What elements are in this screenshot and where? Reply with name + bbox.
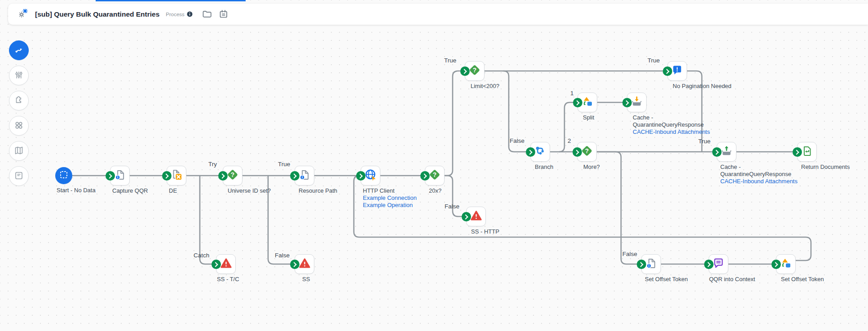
error-icon xyxy=(220,257,233,272)
node-label: Universe ID set? xyxy=(228,187,271,194)
connector-arrow-icon xyxy=(420,171,430,181)
node-cache-store[interactable]: Cache - QuarantineQueryResponse CACHE-In… xyxy=(627,93,647,112)
connector-arrow-icon xyxy=(704,260,714,269)
node-label: 20x? xyxy=(429,187,441,194)
edge-label-more-true: True xyxy=(698,138,710,145)
node-limit[interactable]: ? Limit<200? xyxy=(465,61,485,81)
connector-arrow-icon xyxy=(290,260,300,269)
edge-label-limit-true: True xyxy=(648,57,660,64)
node-qqr-into-context[interactable]: QQR into Context xyxy=(709,254,728,274)
connector-path xyxy=(559,102,573,152)
cache-component-link[interactable]: CACHE-Inbound Attachments xyxy=(633,128,710,136)
node-http-client[interactable]: HTTP Client Example Connection Example O… xyxy=(361,166,380,185)
node-branch[interactable]: Branch xyxy=(530,142,550,162)
svg-text:?: ? xyxy=(231,172,234,178)
cache-component-link[interactable]: CACHE-Inbound Attachments xyxy=(720,178,798,185)
edge-label-limit-false: False xyxy=(510,137,524,144)
folder-icon[interactable] xyxy=(202,9,212,19)
connector-arrow-icon xyxy=(218,171,228,181)
connector-arrow-icon xyxy=(106,171,115,181)
node-label: Branch xyxy=(535,163,553,171)
node-label-title: HTTP Client xyxy=(363,187,417,194)
tool-components[interactable] xyxy=(9,116,29,136)
cache-retrieve-icon xyxy=(720,145,733,159)
node-start[interactable]: Start - No Data xyxy=(55,167,72,184)
svg-text:?: ? xyxy=(433,172,436,178)
process-gears-icon xyxy=(18,8,29,21)
operation-link[interactable]: Example Operation xyxy=(363,202,417,209)
connector-path xyxy=(597,152,637,264)
node-label: DE xyxy=(169,187,177,194)
connector-arrow-icon xyxy=(663,66,672,76)
node-more[interactable]: ? More? xyxy=(577,142,597,162)
node-ss-tc[interactable]: SS - T/C xyxy=(216,254,236,274)
node-capture-qqr[interactable]: Capture QQR xyxy=(110,166,130,185)
decision-icon: ? xyxy=(468,63,481,79)
connector-arrow-icon xyxy=(211,260,221,269)
connector-arrow-icon xyxy=(771,260,781,269)
map-transform-icon xyxy=(780,257,792,271)
decision-icon: ? xyxy=(226,168,239,183)
node-label: Cache - QuarantineQueryResponse CACHE-In… xyxy=(633,114,710,136)
node-ss[interactable]: SS xyxy=(295,254,314,274)
node-label: Split xyxy=(583,114,594,121)
node-cache-retrieve[interactable]: Cache - QuarantineQueryResponse CACHE-In… xyxy=(717,142,736,162)
tool-notes[interactable] xyxy=(9,166,29,186)
edge-label-try: Try xyxy=(208,161,217,168)
edge-label-universe-false: False xyxy=(275,252,290,259)
branch-icon xyxy=(534,145,546,159)
return-documents-icon xyxy=(801,145,813,159)
node-label: Start - No Data xyxy=(57,187,96,194)
document-info-icon xyxy=(114,169,126,183)
process-canvas[interactable]: Try Catch True False True False True Fal… xyxy=(0,0,868,331)
connector-arrow-icon xyxy=(573,98,582,107)
process-flow-icon xyxy=(13,44,24,57)
tool-extensions[interactable] xyxy=(9,91,29,110)
node-label: Cache - QuarantineQueryResponse CACHE-In… xyxy=(720,163,798,185)
svg-text:?: ? xyxy=(473,67,476,74)
node-de[interactable]: DE xyxy=(167,166,186,185)
node-resource-path[interactable]: Resource Path xyxy=(295,166,314,185)
edge-label-20x-true: True xyxy=(444,57,456,64)
node-set-offset-token-2[interactable]: Set Offset Token xyxy=(776,254,796,274)
decision-icon: ? xyxy=(428,168,441,183)
process-header: [sub] Query Bulk Quarantined Entries Pro… xyxy=(8,4,868,25)
edge-label-branch-2: 2 xyxy=(568,137,571,144)
node-20x[interactable]: ? 20x? xyxy=(425,166,445,185)
info-icon[interactable] xyxy=(187,11,193,17)
clipboard-icon[interactable] xyxy=(218,9,229,19)
page-title: [sub] Query Bulk Quarantined Entries xyxy=(35,10,159,18)
node-universe-id-set[interactable]: ? Universe ID set? xyxy=(223,166,242,185)
svg-text:?: ? xyxy=(585,148,589,154)
tool-map[interactable] xyxy=(9,141,29,161)
node-split[interactable]: Split xyxy=(577,93,597,112)
connector-arrow-icon xyxy=(573,147,582,157)
node-label: Resource Path xyxy=(299,187,337,194)
edge-label-universe-true: True xyxy=(278,161,290,168)
node-label-line: QuarantineQueryResponse xyxy=(720,171,798,178)
edge-label-branch-1: 1 xyxy=(570,90,574,97)
tool-adjustments[interactable] xyxy=(9,66,29,85)
connector-path xyxy=(354,176,811,260)
node-label: Set Offset Token xyxy=(645,276,688,283)
connector-path xyxy=(445,176,462,216)
node-label: Return Documents xyxy=(801,163,850,171)
node-set-offset-token-1[interactable]: Set Offset Token xyxy=(641,254,661,274)
node-label: SS - HTTP xyxy=(471,228,499,235)
node-no-pagination[interactable]: No Pagination Needed xyxy=(667,61,687,81)
start-icon xyxy=(55,166,72,185)
node-label-line: QuarantineQueryResponse xyxy=(633,121,710,128)
error-icon xyxy=(470,209,483,224)
annotation-icon xyxy=(712,257,725,271)
notes-icon xyxy=(13,170,24,182)
split-icon xyxy=(581,95,594,110)
edge-label-catch: Catch xyxy=(194,252,209,259)
node-label-line: Cache - xyxy=(720,163,798,171)
connection-link[interactable]: Example Connection xyxy=(363,194,417,202)
tool-process-flow[interactable] xyxy=(9,40,29,60)
connector-arrow-icon xyxy=(290,171,300,181)
node-return-documents[interactable]: Return Documents xyxy=(797,142,817,162)
node-ss-http[interactable]: SS - HTTP xyxy=(466,207,486,226)
node-label: Limit<200? xyxy=(471,83,499,90)
error-icon xyxy=(298,257,311,272)
